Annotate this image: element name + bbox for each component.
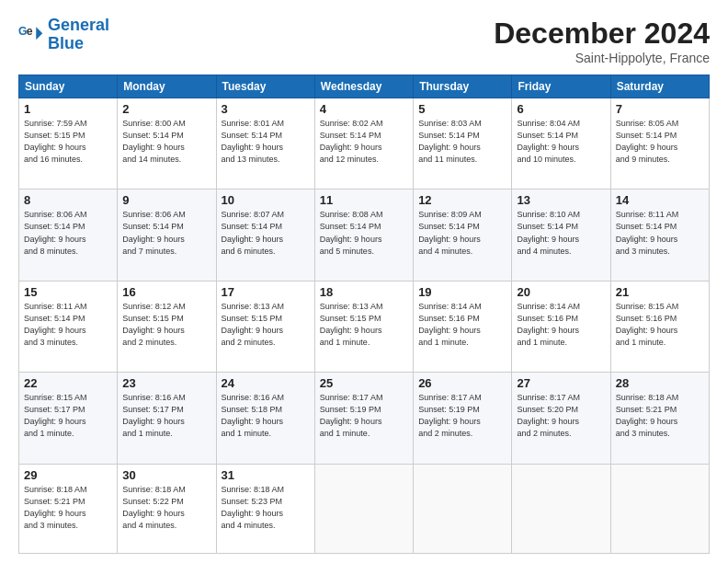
day-number: 25 [320,376,408,390]
day-info: Sunrise: 8:08 AMSunset: 5:14 PMDaylight:… [320,209,408,257]
title-block: December 2024 Saint-Hippolyte, France [494,17,710,65]
day-number: 20 [517,285,605,299]
day-info: Sunrise: 8:06 AMSunset: 5:14 PMDaylight:… [122,209,210,257]
day-number: 30 [122,468,210,482]
day-info: Sunrise: 8:04 AMSunset: 5:14 PMDaylight:… [517,118,605,166]
calendar-header-thursday: Thursday [414,75,512,98]
table-row: 21Sunrise: 8:15 AMSunset: 5:16 PMDayligh… [610,281,709,372]
day-info: Sunrise: 8:15 AMSunset: 5:16 PMDaylight:… [616,301,704,349]
table-row: 14Sunrise: 8:11 AMSunset: 5:14 PMDayligh… [610,190,709,281]
table-row: 12Sunrise: 8:09 AMSunset: 5:14 PMDayligh… [414,190,512,281]
day-info: Sunrise: 8:06 AMSunset: 5:14 PMDaylight:… [24,209,112,257]
table-row: 10Sunrise: 8:07 AMSunset: 5:14 PMDayligh… [216,190,314,281]
table-row: 24Sunrise: 8:16 AMSunset: 5:18 PMDayligh… [216,373,314,464]
day-number: 28 [616,376,704,390]
day-number: 16 [122,285,210,299]
day-info: Sunrise: 8:18 AMSunset: 5:22 PMDaylight:… [122,484,210,532]
table-row: 2Sunrise: 8:00 AMSunset: 5:14 PMDaylight… [118,98,216,190]
logo-text: General Blue [48,17,109,53]
logo-icon: G e [18,22,44,48]
day-number: 15 [24,285,112,299]
table-row: 13Sunrise: 8:10 AMSunset: 5:14 PMDayligh… [512,190,610,281]
table-row: 4Sunrise: 8:02 AMSunset: 5:14 PMDaylight… [314,98,413,190]
table-row: 25Sunrise: 8:17 AMSunset: 5:19 PMDayligh… [314,373,413,464]
day-number: 4 [320,102,408,116]
day-number: 19 [418,285,506,299]
day-info: Sunrise: 8:14 AMSunset: 5:16 PMDaylight:… [418,301,506,349]
day-number: 21 [616,285,704,299]
day-number: 13 [517,193,605,207]
table-row: 27Sunrise: 8:17 AMSunset: 5:20 PMDayligh… [512,373,610,464]
table-row [314,464,413,553]
header: G e General Blue December 2024 Saint-Hip… [18,17,710,65]
table-row: 19Sunrise: 8:14 AMSunset: 5:16 PMDayligh… [414,281,512,372]
calendar-header-tuesday: Tuesday [216,75,314,98]
day-number: 9 [122,193,210,207]
table-row: 5Sunrise: 8:03 AMSunset: 5:14 PMDaylight… [414,98,512,190]
calendar: SundayMondayTuesdayWednesdayThursdayFrid… [18,75,710,554]
day-info: Sunrise: 8:14 AMSunset: 5:16 PMDaylight:… [517,301,605,349]
svg-text:e: e [27,25,33,38]
day-number: 3 [222,102,310,116]
day-number: 29 [24,468,112,482]
table-row: 16Sunrise: 8:12 AMSunset: 5:15 PMDayligh… [118,281,216,372]
day-info: Sunrise: 8:18 AMSunset: 5:21 PMDaylight:… [616,392,704,440]
day-number: 8 [24,193,112,207]
day-number: 24 [222,376,310,390]
day-info: Sunrise: 8:10 AMSunset: 5:14 PMDaylight:… [517,209,605,257]
day-info: Sunrise: 8:13 AMSunset: 5:15 PMDaylight:… [222,301,310,349]
day-info: Sunrise: 8:18 AMSunset: 5:21 PMDaylight:… [24,484,112,532]
table-row: 3Sunrise: 8:01 AMSunset: 5:14 PMDaylight… [216,98,314,190]
table-row [512,464,610,553]
day-info: Sunrise: 8:11 AMSunset: 5:14 PMDaylight:… [24,301,112,349]
table-row: 17Sunrise: 8:13 AMSunset: 5:15 PMDayligh… [216,281,314,372]
table-row: 7Sunrise: 8:05 AMSunset: 5:14 PMDaylight… [610,98,709,190]
day-number: 18 [320,285,408,299]
table-row: 20Sunrise: 8:14 AMSunset: 5:16 PMDayligh… [512,281,610,372]
page: G e General Blue December 2024 Saint-Hip… [0,0,728,563]
day-info: Sunrise: 8:15 AMSunset: 5:17 PMDaylight:… [24,392,112,440]
day-info: Sunrise: 8:18 AMSunset: 5:23 PMDaylight:… [222,484,310,532]
day-info: Sunrise: 8:09 AMSunset: 5:14 PMDaylight:… [418,209,506,257]
day-info: Sunrise: 8:17 AMSunset: 5:19 PMDaylight:… [418,392,506,440]
table-row: 22Sunrise: 8:15 AMSunset: 5:17 PMDayligh… [19,373,118,464]
svg-marker-2 [36,27,42,40]
table-row: 18Sunrise: 8:13 AMSunset: 5:15 PMDayligh… [314,281,413,372]
calendar-header-wednesday: Wednesday [314,75,413,98]
day-number: 5 [418,102,506,116]
day-info: Sunrise: 8:16 AMSunset: 5:17 PMDaylight:… [122,392,210,440]
table-row: 8Sunrise: 8:06 AMSunset: 5:14 PMDaylight… [19,190,118,281]
day-info: Sunrise: 8:03 AMSunset: 5:14 PMDaylight:… [418,118,506,166]
logo: G e General Blue [18,17,109,53]
day-number: 11 [320,193,408,207]
day-number: 22 [24,376,112,390]
day-number: 2 [122,102,210,116]
day-number: 10 [222,193,310,207]
day-info: Sunrise: 8:00 AMSunset: 5:14 PMDaylight:… [122,118,210,166]
day-info: Sunrise: 8:05 AMSunset: 5:14 PMDaylight:… [616,118,704,166]
day-info: Sunrise: 8:01 AMSunset: 5:14 PMDaylight:… [222,118,310,166]
table-row: 11Sunrise: 8:08 AMSunset: 5:14 PMDayligh… [314,190,413,281]
day-info: Sunrise: 8:02 AMSunset: 5:14 PMDaylight:… [320,118,408,166]
table-row: 28Sunrise: 8:18 AMSunset: 5:21 PMDayligh… [610,373,709,464]
day-number: 1 [24,102,112,116]
calendar-header-friday: Friday [512,75,610,98]
table-row [610,464,709,553]
day-number: 6 [517,102,605,116]
calendar-header-saturday: Saturday [610,75,709,98]
day-info: Sunrise: 8:11 AMSunset: 5:14 PMDaylight:… [616,209,704,257]
day-number: 7 [616,102,704,116]
day-info: Sunrise: 8:17 AMSunset: 5:20 PMDaylight:… [517,392,605,440]
table-row: 9Sunrise: 8:06 AMSunset: 5:14 PMDaylight… [118,190,216,281]
table-row: 6Sunrise: 8:04 AMSunset: 5:14 PMDaylight… [512,98,610,190]
table-row: 31Sunrise: 8:18 AMSunset: 5:23 PMDayligh… [216,464,314,553]
month-year: December 2024 [494,17,710,51]
day-info: Sunrise: 8:07 AMSunset: 5:14 PMDaylight:… [222,209,310,257]
location: Saint-Hippolyte, France [494,51,710,65]
table-row: 26Sunrise: 8:17 AMSunset: 5:19 PMDayligh… [414,373,512,464]
table-row: 23Sunrise: 8:16 AMSunset: 5:17 PMDayligh… [118,373,216,464]
calendar-header-monday: Monday [118,75,216,98]
table-row: 29Sunrise: 8:18 AMSunset: 5:21 PMDayligh… [19,464,118,553]
table-row: 15Sunrise: 8:11 AMSunset: 5:14 PMDayligh… [19,281,118,372]
table-row [414,464,512,553]
